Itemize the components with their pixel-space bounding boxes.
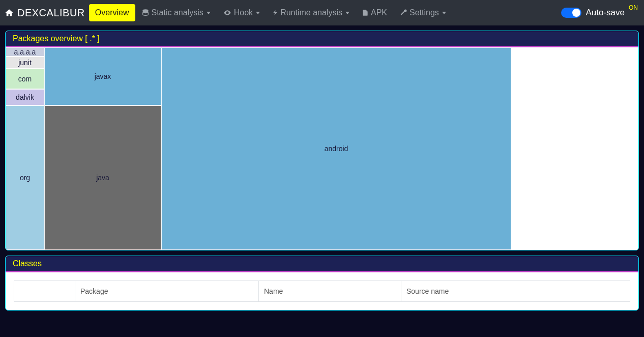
nav-overview-label: Overview — [95, 8, 129, 17]
treemap-cell-java[interactable]: java — [44, 105, 161, 250]
treemap-cell-aaaa[interactable]: a.a.a.a — [6, 47, 44, 57]
nav-apk[interactable]: APK — [356, 0, 393, 25]
bolt-icon — [272, 9, 278, 17]
nav-hook[interactable]: Hook — [217, 0, 266, 25]
navbar: DEXCALIBUR Overview Static analysis Hook… — [0, 0, 644, 25]
nav-settings[interactable]: Settings — [393, 0, 452, 25]
packages-card-header: Packages overview [ .* ] — [6, 31, 638, 47]
column-blank[interactable] — [14, 281, 75, 302]
classes-table: Package Name Source name — [14, 280, 630, 302]
treemap-cell-com[interactable]: com — [6, 69, 44, 89]
chevron-down-icon — [207, 12, 211, 14]
treemap-cell-org[interactable]: org — [6, 105, 44, 250]
wrench-icon — [399, 9, 407, 17]
column-source-name[interactable]: Source name — [401, 281, 630, 302]
nav-static-analysis[interactable]: Static analysis — [135, 0, 217, 25]
file-icon — [362, 9, 369, 17]
treemap-label: dalvik — [16, 93, 34, 101]
classes-card-header: Classes — [6, 256, 638, 272]
treemap-label: javax — [95, 72, 111, 80]
treemap-label: org — [20, 174, 30, 182]
treemap-cell-android[interactable]: android — [161, 47, 511, 250]
treemap-label: android — [325, 145, 348, 153]
brand-text: DEXCALIBUR — [17, 7, 85, 19]
treemap-label: a.a.a.a — [14, 48, 36, 56]
chevron-down-icon — [442, 12, 446, 14]
autosave-toggle[interactable] — [561, 8, 581, 18]
treemap-label: com — [18, 75, 32, 83]
treemap-label: junit — [18, 59, 32, 67]
chevron-down-icon — [256, 12, 260, 14]
eye-icon — [223, 9, 232, 17]
treemap-cell-dalvik[interactable]: dalvik — [6, 89, 44, 105]
table-header-row: Package Name Source name — [14, 281, 630, 302]
treemap-cell-javax[interactable]: javax — [44, 47, 161, 105]
autosave-label: Auto-save — [586, 8, 625, 18]
nav-apk-label: APK — [371, 8, 387, 17]
brand[interactable]: DEXCALIBUR — [4, 7, 85, 19]
nav-runtime-label: Runtime analysis — [280, 8, 342, 17]
nav-overview[interactable]: Overview — [89, 4, 135, 21]
nav-hook-label: Hook — [234, 8, 253, 17]
treemap-label: java — [96, 174, 109, 182]
autosave-state: ON — [629, 4, 638, 11]
treemap-cell-junit[interactable]: junit — [6, 57, 44, 69]
column-package[interactable]: Package — [75, 281, 259, 302]
database-icon — [141, 9, 150, 17]
column-name[interactable]: Name — [259, 281, 401, 302]
packages-treemap[interactable]: a.a.a.a junit com dalvik org javax java … — [6, 47, 638, 250]
nav-static-label: Static analysis — [152, 8, 203, 17]
nav-runtime-analysis[interactable]: Runtime analysis — [266, 0, 356, 25]
chevron-down-icon — [345, 12, 349, 14]
packages-card: Packages overview [ .* ] a.a.a.a junit c… — [5, 31, 639, 250]
classes-card: Classes Package Name Source name — [5, 256, 639, 311]
nav-settings-label: Settings — [409, 8, 439, 17]
home-icon — [4, 8, 14, 17]
